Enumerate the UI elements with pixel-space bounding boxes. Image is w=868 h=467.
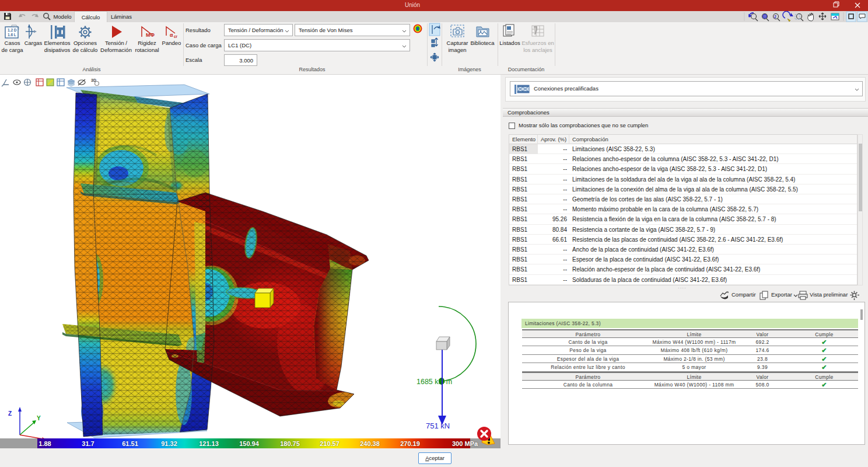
svg-text:Z: Z: [8, 410, 12, 417]
svg-text:α: α: [170, 32, 173, 38]
svg-text:1.2 D: 1.2 D: [8, 28, 17, 32]
svg-text:1685 kN·m: 1685 kN·m: [416, 378, 452, 386]
svg-text:MΦ: MΦ: [146, 32, 155, 38]
svg-text:1.6 L: 1.6 L: [8, 33, 16, 37]
svg-text:cr: cr: [174, 34, 178, 39]
svg-text:Y: Y: [37, 415, 41, 421]
svg-text:751 kN: 751 kN: [426, 421, 450, 430]
svg-text:2: 2: [774, 15, 776, 19]
